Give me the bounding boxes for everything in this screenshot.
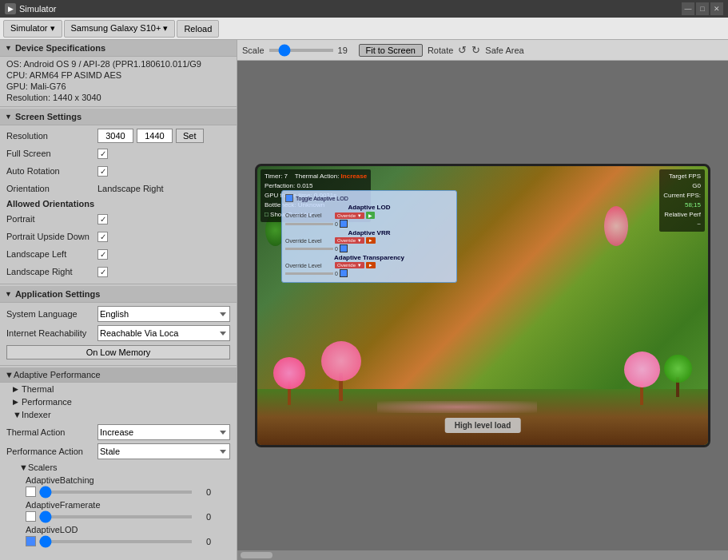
- indexer-arrow: ▼: [13, 410, 22, 419]
- safe-area-label: Safe Area: [485, 46, 523, 55]
- resolution-info-value: Resolution: 1440 x 3040: [6, 93, 101, 102]
- portrait-upside-down-checkbox[interactable]: [97, 232, 108, 242]
- adaptive-trans-title: Adaptive Transparency: [285, 254, 453, 261]
- screen-settings-header[interactable]: ▼ Screen Settings: [0, 109, 237, 125]
- close-button[interactable]: ✕: [710, 2, 723, 15]
- cpu-value: CPU: ARM64 FP ASIMD AES: [6, 70, 121, 80]
- app-title: Simulator: [19, 4, 678, 14]
- app-settings-header[interactable]: ▼ Application Settings: [0, 286, 237, 303]
- adaptive-batching-value: 0: [195, 487, 211, 497]
- adaptive-batching-label: AdaptiveBatching: [26, 475, 211, 485]
- adaptive-batching-row: 0: [26, 487, 211, 497]
- fit-to-screen-button[interactable]: Fit to Screen: [359, 44, 423, 57]
- scalers-header[interactable]: ▼ Scalers: [19, 463, 217, 472]
- landscape-left-checkbox[interactable]: [97, 249, 108, 260]
- divider-2: [0, 284, 237, 284]
- orientation-row: Orientation Landscape Right: [0, 180, 237, 197]
- device-view: Timer: 7 Thermal Action: Increase Perfac…: [237, 61, 728, 550]
- target-fps-value: G0: [663, 181, 701, 191]
- current-fps-label: Current FPS:: [663, 191, 701, 201]
- adaptive-batching-slider[interactable]: [39, 490, 192, 494]
- adaptive-performance-header[interactable]: ▼ Adaptive Performance: [0, 367, 237, 383]
- adaptive-framerate-item: AdaptiveFramerate 0: [0, 498, 237, 523]
- rotate-right-icon[interactable]: ↻: [471, 44, 480, 56]
- device-menu[interactable]: Samsung Galaxy S10+ ▾: [64, 20, 176, 38]
- toggle-lod-label: Toggle Adaptive LOD: [296, 196, 348, 201]
- adaptive-batching-checkbox[interactable]: [26, 487, 36, 497]
- adaptive-lod-row: 0: [26, 536, 211, 546]
- set-resolution-button[interactable]: Set: [176, 129, 204, 143]
- landscape-left-label: Landscape Left: [6, 249, 94, 259]
- on-low-memory-button[interactable]: On Low Memory: [6, 345, 230, 359]
- indexer-content: Thermal Action Increase Decrease Stale P…: [0, 421, 237, 550]
- thermal-action-dropdown[interactable]: Increase Decrease Stale: [97, 424, 230, 440]
- auto-rotation-label: Auto Rotation: [6, 166, 94, 176]
- adaptive-framerate-checkbox[interactable]: [26, 511, 36, 522]
- adaptive-lod-title: Adaptive LOD: [285, 204, 453, 211]
- device-specs-header[interactable]: ▼ Device Specifications: [0, 40, 237, 57]
- trans-slider-row: 0: [285, 269, 453, 277]
- full-screen-checkbox[interactable]: [97, 149, 108, 159]
- adaptive-framerate-row: 0: [26, 511, 211, 522]
- trans-slider[interactable]: [285, 272, 333, 275]
- lod-override-btn2[interactable]: ▶: [366, 212, 375, 219]
- lod-check[interactable]: [340, 220, 348, 228]
- allowed-orientations-header: Allowed Orientations: [0, 197, 237, 210]
- internet-reachability-row: Internet Reachability Reachable Via Loca: [0, 324, 237, 343]
- adaptive-lod-checkbox[interactable]: [26, 536, 36, 546]
- trans-override-row: Override Level Override ▼ ►: [285, 262, 453, 268]
- simulator-menu[interactable]: Simulator ▾: [3, 20, 62, 38]
- h-scrollbar-thumb[interactable]: [241, 552, 273, 558]
- lod-override-btn1[interactable]: Override ▼: [335, 212, 364, 219]
- thermal-action-row: Thermal Action Increase Decrease Stale: [0, 423, 237, 442]
- landscape-right-label: Landscape Right: [6, 267, 94, 276]
- trans-override-btn2[interactable]: ►: [366, 262, 376, 268]
- thermal-subsection[interactable]: ▶ Thermal: [0, 383, 237, 395]
- horizontal-scrollbar[interactable]: [237, 550, 728, 560]
- minimize-button[interactable]: —: [682, 2, 694, 15]
- resolution-info-row: Resolution: 1440 x 3040: [0, 92, 237, 103]
- portrait-checkbox[interactable]: [97, 214, 108, 224]
- vrr-override-btn1[interactable]: Override ▼: [335, 237, 364, 244]
- app-settings-title: Application Settings: [15, 289, 100, 299]
- adaptive-framerate-slider[interactable]: [39, 515, 192, 518]
- performance-subsection[interactable]: ▶ Performance: [0, 395, 237, 408]
- screen-settings-arrow: ▼: [5, 113, 12, 121]
- relative-perf-value: ~: [663, 220, 701, 229]
- resolution-row: Resolution Set: [0, 127, 237, 145]
- adaptive-lod-slider[interactable]: [39, 540, 192, 543]
- resolution-width-input[interactable]: [97, 129, 133, 143]
- thermal-label: Thermal: [22, 384, 54, 394]
- resolution-height-input[interactable]: [137, 129, 173, 143]
- rotate-left-icon[interactable]: ↺: [458, 44, 467, 56]
- trans-check[interactable]: [340, 269, 348, 277]
- adaptive-trans-section: Adaptive Transparency Override Level Ove…: [285, 254, 453, 277]
- vrr-check[interactable]: [340, 244, 348, 252]
- game-scene: Timer: 7 Thermal Action: Increase Perfac…: [257, 166, 708, 445]
- system-language-dropdown[interactable]: English: [97, 306, 230, 322]
- internet-reachability-dropdown[interactable]: Reachable Via Loca: [97, 325, 230, 341]
- toggle-lod-checkbox[interactable]: [285, 194, 293, 202]
- trans-override-btn1[interactable]: Override ▼: [335, 262, 364, 268]
- vrr-value: 0: [335, 246, 338, 252]
- vrr-override-btn2[interactable]: ►: [366, 237, 376, 244]
- maximize-button[interactable]: □: [696, 2, 709, 15]
- adaptive-vrr-section: Adaptive VRR Override Level Override ▼ ►…: [285, 229, 453, 252]
- lod-slider[interactable]: [285, 223, 333, 225]
- reload-button[interactable]: Reload: [177, 20, 219, 38]
- lod-slider-row: 0: [285, 220, 453, 228]
- control-panel-overlay: Toggle Adaptive LOD Adaptive LOD Overrid…: [281, 190, 457, 283]
- performance-action-dropdown[interactable]: Stale Increase Decrease: [97, 443, 230, 459]
- scalers-section: ▼ Scalers: [0, 461, 237, 474]
- vrr-slider[interactable]: [285, 248, 333, 250]
- game-overlay: Timer: 7 Thermal Action: Increase Perfac…: [257, 166, 708, 445]
- scale-slider[interactable]: [269, 49, 333, 52]
- auto-rotation-checkbox[interactable]: [97, 166, 108, 177]
- orientation-label: Orientation: [6, 184, 94, 193]
- level-load-overlay: High level load: [445, 418, 521, 433]
- indexer-subsection[interactable]: ▼ Indexer: [0, 408, 237, 421]
- full-screen-row: Full Screen: [0, 145, 237, 162]
- screen-settings-title: Screen Settings: [15, 112, 82, 121]
- lod-value: 0: [335, 221, 338, 227]
- landscape-right-checkbox[interactable]: [97, 267, 108, 277]
